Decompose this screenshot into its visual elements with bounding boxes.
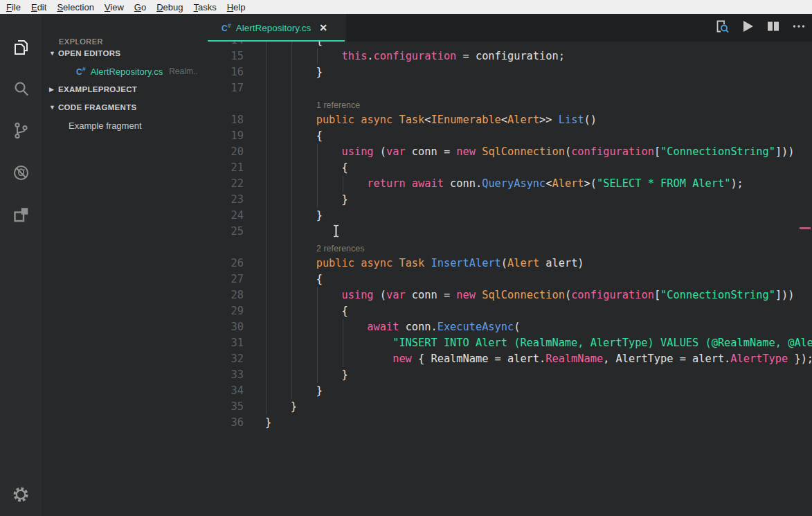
menu-item-edit[interactable]: Edit bbox=[31, 2, 46, 12]
code-line[interactable]: 28 using (var conn = new SqlConnection(c… bbox=[208, 287, 812, 303]
code-line[interactable]: 15 this.configuration = configuration; bbox=[208, 48, 812, 64]
code-line[interactable]: 25 bbox=[208, 224, 812, 240]
activity-extensions[interactable] bbox=[0, 206, 42, 227]
line-number: 26 bbox=[208, 256, 244, 272]
chevron-collapsed-icon: ▶ bbox=[49, 86, 58, 93]
search-icon bbox=[12, 80, 30, 101]
indent-guide bbox=[266, 351, 267, 367]
code-line[interactable]: 27 { bbox=[208, 272, 812, 287]
code-line[interactable]: 14 { bbox=[208, 42, 812, 48]
code-text: { bbox=[265, 160, 348, 176]
indent-guide bbox=[317, 351, 318, 367]
line-number: 16 bbox=[208, 64, 244, 80]
menu-item-view[interactable]: View bbox=[105, 2, 124, 12]
activity-explorer[interactable] bbox=[0, 38, 42, 60]
activity-source-control[interactable] bbox=[0, 121, 42, 143]
indent-guide bbox=[266, 319, 267, 335]
line-number: 31 bbox=[208, 335, 244, 351]
indent-guide bbox=[317, 48, 318, 64]
indent-guide bbox=[291, 176, 292, 192]
code-line[interactable]: 20 using (var conn = new SqlConnection(c… bbox=[208, 144, 812, 160]
section-label: CODE FRAGMENTS bbox=[58, 103, 136, 112]
tree-item-label: Example fragment bbox=[69, 121, 142, 131]
menu-item-selection[interactable]: Selection bbox=[57, 2, 93, 12]
more-actions-button[interactable] bbox=[791, 20, 806, 35]
code-lines: 14 {15 this.configuration = configuratio… bbox=[208, 42, 812, 431]
indent-guide bbox=[291, 256, 292, 272]
open-editor-item[interactable]: C#AlertRepository.csRealm.. bbox=[42, 62, 208, 80]
indent-guide bbox=[291, 96, 292, 112]
menu-item-tasks[interactable]: Tasks bbox=[193, 2, 216, 12]
code-line[interactable]: 31 "INSERT INTO Alert (RealmName, AlertT… bbox=[208, 335, 812, 351]
indent-guide bbox=[266, 272, 267, 287]
code-line[interactable]: 34 } bbox=[208, 383, 812, 399]
code-line[interactable]: 26 public async Task InsertAlert(Alert a… bbox=[208, 256, 812, 272]
code-line[interactable]: 21 { bbox=[208, 160, 812, 176]
code-text: } bbox=[265, 399, 297, 415]
csharp-file-icon: C# bbox=[222, 22, 231, 33]
code-line[interactable]: 29 { bbox=[208, 303, 812, 319]
indent-guide bbox=[317, 176, 318, 192]
indent-guide bbox=[291, 224, 292, 240]
line-number: 34 bbox=[208, 383, 244, 399]
code-line[interactable]: 16 } bbox=[208, 64, 812, 80]
line-number: 28 bbox=[208, 287, 244, 303]
code-text: } bbox=[265, 208, 323, 224]
tab-alertrepository[interactable]: C# AlertRepository.cs ✕ bbox=[208, 14, 346, 42]
code-text: public async Task<IEnumerable<Alert>> Li… bbox=[265, 112, 597, 128]
code-line[interactable]: 22 return await conn.QueryAsync<Alert>("… bbox=[208, 176, 812, 192]
code-line[interactable]: 19 { bbox=[208, 128, 812, 144]
line-number: 27 bbox=[208, 272, 244, 287]
line-number: 23 bbox=[208, 192, 244, 208]
code-line[interactable]: 30 await conn.ExecuteAsync( bbox=[208, 319, 812, 335]
code-text: { bbox=[265, 272, 323, 287]
tree-item-example-fragment[interactable]: Example fragment bbox=[42, 116, 208, 134]
code-line[interactable]: 24 } bbox=[208, 208, 812, 224]
indent-guide bbox=[343, 319, 343, 335]
activity-search[interactable] bbox=[0, 80, 42, 101]
codelens-references[interactable]: 1 reference bbox=[316, 100, 360, 110]
indent-guide bbox=[291, 80, 292, 96]
line-number: 14 bbox=[208, 42, 244, 48]
file-name: AlertRepository.cs bbox=[91, 66, 163, 77]
workbench: EXPLORER ▼OPEN EDITORSC#AlertRepository.… bbox=[0, 14, 812, 516]
code-text: } bbox=[265, 192, 348, 208]
code-line[interactable]: 33 } bbox=[208, 367, 812, 383]
preview-search-icon bbox=[714, 19, 730, 37]
editor-actions bbox=[714, 14, 806, 42]
code-editor[interactable]: 14 {15 this.configuration = configuratio… bbox=[208, 42, 812, 516]
code-text: this.configuration = configuration; bbox=[265, 48, 565, 64]
menu-item-debug[interactable]: Debug bbox=[156, 2, 183, 12]
settings-button[interactable] bbox=[0, 486, 42, 506]
split-editor-button[interactable] bbox=[766, 20, 781, 35]
code-line[interactable]: 35 } bbox=[208, 399, 812, 415]
indent-guide bbox=[291, 319, 292, 335]
code-line[interactable]: 32 new { RealmName = alert.RealmName, Al… bbox=[208, 351, 812, 367]
indent-guide bbox=[266, 367, 267, 383]
open-preview-button[interactable] bbox=[714, 20, 730, 35]
code-line[interactable]: 36} bbox=[208, 415, 812, 431]
line-number: 17 bbox=[208, 80, 244, 96]
indent-guide bbox=[343, 335, 343, 351]
git-branch-icon bbox=[12, 121, 30, 143]
code-line[interactable]: 18 public async Task<IEnumerable<Alert>>… bbox=[208, 112, 812, 128]
indent-guide bbox=[266, 224, 267, 240]
sidebar-section-exampleproject[interactable]: ▶EXAMPLEPROJECT bbox=[42, 80, 208, 98]
debug-disabled-icon bbox=[12, 163, 30, 185]
close-icon[interactable]: ✕ bbox=[319, 23, 327, 33]
indent-guide bbox=[266, 399, 267, 415]
activity-debug[interactable] bbox=[0, 163, 42, 185]
sidebar-section-open-editors[interactable]: ▼OPEN EDITORS bbox=[42, 44, 208, 62]
menu-item-help[interactable]: Help bbox=[227, 2, 246, 12]
menu-item-go[interactable]: Go bbox=[134, 2, 146, 12]
codelens-references[interactable]: 2 references bbox=[316, 244, 364, 253]
indent-guide bbox=[291, 287, 292, 303]
sidebar-section-code-fragments[interactable]: ▼CODE FRAGMENTS bbox=[42, 98, 208, 116]
indent-guide bbox=[291, 351, 292, 367]
editor-region: C# AlertRepository.cs ✕ 14 {15 this.conf… bbox=[208, 14, 812, 516]
code-line[interactable]: 23 } bbox=[208, 192, 812, 208]
code-line[interactable]: 17 bbox=[208, 80, 812, 96]
indent-guide bbox=[291, 383, 292, 399]
menu-item-file[interactable]: File bbox=[6, 2, 21, 12]
run-button[interactable] bbox=[740, 20, 755, 35]
